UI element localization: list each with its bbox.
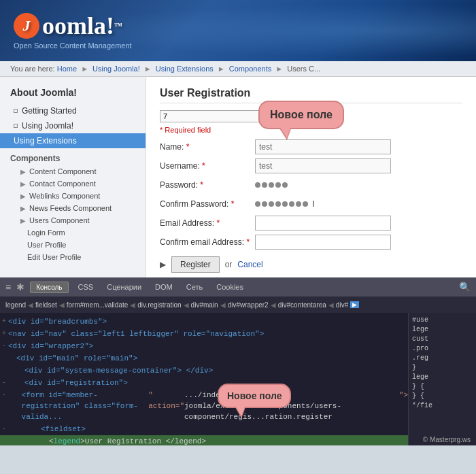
devtools-menu-icon[interactable]: ≡ bbox=[5, 282, 11, 292]
devtools-bar: ≡ ✱ Консоль CSS Сценарии DOM Сеть Cookie… bbox=[0, 277, 476, 297]
crumb-wrapper2[interactable]: div#wrapper2 bbox=[228, 301, 269, 309]
sep: ◀ bbox=[271, 301, 276, 309]
sidebar-item-contact-component[interactable]: ▶ Contact Component bbox=[0, 177, 146, 190]
sidebar-item-newsfeeds-component[interactable]: ▶ News Feeds Component bbox=[0, 202, 146, 214]
input-name[interactable] bbox=[255, 139, 391, 154]
register-arrow: ▶ bbox=[160, 260, 166, 269]
sidebar: About Joomla! Getting Started Using Joom… bbox=[0, 77, 146, 277]
bullet-icon bbox=[14, 109, 18, 113]
code-content: <form id="member-registration" class="fo… bbox=[22, 390, 149, 422]
sidebar-item-users-component[interactable]: ▶ Users Component bbox=[0, 214, 146, 226]
breadcrumb-using-extensions[interactable]: Using Extensions bbox=[156, 65, 214, 73]
arrow-icon: ▶ bbox=[20, 192, 26, 200]
devtools-search-icon[interactable]: 🔍 bbox=[459, 282, 471, 292]
crumb-legend[interactable]: legend bbox=[5, 301, 26, 309]
code-right-line: .reg bbox=[412, 354, 473, 362]
dot bbox=[282, 201, 288, 207]
logo-name: oomla! bbox=[42, 12, 114, 40]
breadcrumb-components[interactable]: Components bbox=[229, 65, 271, 73]
or-text: or bbox=[225, 260, 233, 269]
label-password: Password: * bbox=[160, 180, 255, 190]
devtools-tab-cookies[interactable]: Cookies bbox=[212, 282, 248, 292]
register-button[interactable]: Register bbox=[171, 256, 220, 273]
sidebar-leaf-edit-user-profile[interactable]: Edit User Profile bbox=[0, 251, 146, 263]
code-right-line: */fie bbox=[412, 402, 473, 409]
logo-j: J bbox=[14, 13, 39, 39]
sidebar-item-weblinks-component[interactable]: ▶ Weblinks Component bbox=[0, 190, 146, 202]
sidebar-item-using-extensions[interactable]: Using Extensions bbox=[0, 133, 146, 148]
code-lines[interactable]: + <div id="breadcrumbs"> + <nav id="nav"… bbox=[0, 313, 408, 445]
sidebar-item-getting-started[interactable]: Getting Started bbox=[0, 103, 146, 118]
devtools-tab-dom[interactable]: DOM bbox=[151, 282, 177, 292]
line-toggle[interactable]: + bbox=[0, 316, 8, 327]
line-toggle[interactable]: - bbox=[0, 390, 8, 401]
dot bbox=[269, 182, 274, 188]
sidebar-item-label: Using Extensions bbox=[14, 136, 77, 146]
code-line: + <nav id="nav" class="left1 leftbigger"… bbox=[0, 328, 408, 340]
code-right-line: lege bbox=[412, 326, 473, 333]
line-toggle[interactable]: - bbox=[0, 341, 8, 352]
crumb-div-reg[interactable]: div.registration bbox=[137, 301, 181, 309]
sidebar-item-using-joomla[interactable]: Using Joomla! bbox=[0, 118, 146, 133]
code-main: + <div id="breadcrumbs"> + <nav id="nav"… bbox=[0, 313, 476, 445]
crumb-fieldset[interactable]: fieldset bbox=[35, 301, 57, 309]
code-right-line: } { bbox=[412, 383, 473, 390]
dot bbox=[282, 182, 288, 188]
crumb-divmain[interactable]: div#main bbox=[191, 301, 218, 309]
input-username[interactable] bbox=[255, 158, 391, 173]
devtools-cursor-icon[interactable]: ✱ bbox=[16, 282, 24, 292]
dot bbox=[275, 201, 281, 207]
devtools-tab-network[interactable]: Сеть bbox=[182, 282, 207, 292]
sidebar-leaf-user-profile[interactable]: User Profile bbox=[0, 239, 146, 251]
code-line: - <div id="wrapper2"> bbox=[0, 340, 408, 352]
label-username: Username: * bbox=[160, 161, 255, 171]
label-email: Email Address: * bbox=[160, 218, 255, 228]
arrow-icon: ▶ bbox=[20, 180, 26, 188]
arrow-icon: ▶ bbox=[20, 168, 26, 175]
breadcrumb-prefix: You are here: bbox=[10, 65, 55, 73]
arrow-icon: ▶ bbox=[20, 205, 26, 212]
code-right-line: .pro bbox=[412, 345, 473, 352]
code-content: <div id="main" role="main"> bbox=[16, 353, 137, 364]
input-confirm-email[interactable] bbox=[255, 235, 391, 250]
sidebar-item-label: Weblinks Component bbox=[29, 192, 100, 200]
sidebar-section-components: Components bbox=[0, 150, 146, 165]
bullet-icon bbox=[14, 124, 18, 128]
cancel-link[interactable]: Cancel bbox=[237, 260, 262, 269]
code-right-line: } bbox=[412, 364, 473, 371]
crumb-div[interactable]: div# bbox=[336, 301, 348, 309]
crumb-form[interactable]: form#mem...validate bbox=[67, 301, 129, 309]
line-toggle[interactable]: + bbox=[0, 328, 8, 339]
code-content: <div id="breadcrumbs"> bbox=[8, 316, 107, 327]
form-row-email: Email Address: * bbox=[160, 216, 462, 231]
line-toggle[interactable]: - bbox=[0, 377, 8, 388]
devtools-tab-scripts[interactable]: Сценарии bbox=[103, 282, 146, 292]
breadcrumb-using-joomla[interactable]: Using Joomla! bbox=[92, 65, 140, 73]
breadcrumb-home[interactable]: Home bbox=[57, 65, 77, 73]
sidebar-item-content-component[interactable]: ▶ Content Component bbox=[0, 165, 146, 177]
code-line: + <div id="breadcrumbs"> bbox=[0, 316, 408, 328]
code-right-line: #use bbox=[412, 316, 473, 324]
devtools-tab-css[interactable]: CSS bbox=[74, 282, 98, 292]
line-toggle[interactable] bbox=[0, 353, 8, 364]
header: J oomla!™ Open Source Content Management bbox=[0, 0, 476, 61]
code-content: <div id="system-message-container"> </di… bbox=[24, 365, 213, 376]
crumb-contentarea[interactable]: div#contentarea bbox=[278, 301, 326, 309]
form-row-confirm-email: Confirm email Address: * bbox=[160, 235, 462, 250]
code-content: <div id="wrapper2"> bbox=[8, 341, 93, 352]
main-layout: About Joomla! Getting Started Using Joom… bbox=[0, 77, 476, 277]
sep: ◀ bbox=[130, 301, 135, 309]
line-toggle[interactable]: - bbox=[0, 424, 8, 435]
speech-bubble-2: Новое поле bbox=[218, 384, 291, 408]
confirm-password-dots: I bbox=[255, 197, 314, 211]
devtools-console-btn[interactable]: Консоль bbox=[30, 282, 68, 293]
sidebar-leaf-login-form[interactable]: Login Form bbox=[0, 226, 146, 239]
sidebar-item-label: Contact Component bbox=[29, 180, 96, 188]
logo: J oomla!™ Open Source Content Management bbox=[14, 12, 132, 50]
code-content: .../index.php/using-joomla/extensions/co… bbox=[184, 390, 399, 422]
line-toggle[interactable] bbox=[0, 365, 8, 376]
code-panel: + <div id="breadcrumbs"> + <nav id="nav"… bbox=[0, 313, 476, 445]
form-row-name: Name: * bbox=[160, 139, 462, 154]
input-email[interactable] bbox=[255, 216, 391, 231]
line-toggle[interactable] bbox=[0, 436, 8, 445]
